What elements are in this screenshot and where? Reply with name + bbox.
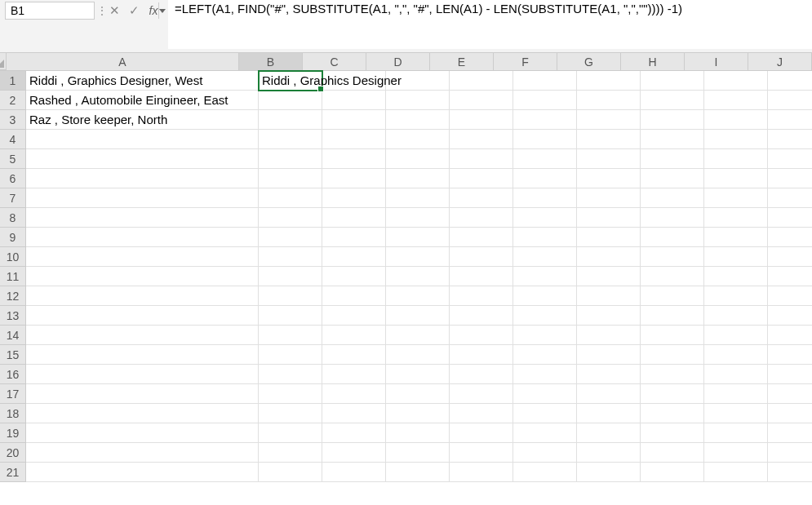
cell-E13[interactable] <box>450 306 513 326</box>
cell-E2[interactable] <box>450 91 513 110</box>
cell-G3[interactable] <box>577 110 641 130</box>
cell-G15[interactable] <box>577 345 641 365</box>
column-header-A[interactable]: A <box>7 53 239 70</box>
row-header-21[interactable]: 21 <box>0 463 26 482</box>
cell-G19[interactable] <box>577 423 641 443</box>
cell-C18[interactable] <box>322 404 386 423</box>
column-header-D[interactable]: D <box>366 53 430 70</box>
row-header-11[interactable]: 11 <box>0 267 26 286</box>
cell-H14[interactable] <box>641 326 704 345</box>
cell-B5[interactable] <box>259 149 322 169</box>
cell-D9[interactable] <box>386 228 450 247</box>
cell-E19[interactable] <box>450 423 513 443</box>
cell-B1[interactable]: Riddi , Graphics Designer <box>259 71 322 91</box>
row-header-20[interactable]: 20 <box>0 443 26 463</box>
cell-C15[interactable] <box>322 345 386 365</box>
cell-G7[interactable] <box>577 188 641 208</box>
cell-D5[interactable] <box>386 149 450 169</box>
cell-G18[interactable] <box>577 404 641 423</box>
formula-input[interactable]: =LEFT(A1, FIND("#", SUBSTITUTE(A1, ",", … <box>168 0 812 49</box>
cell-H18[interactable] <box>641 404 704 423</box>
cell-H17[interactable] <box>641 384 704 404</box>
cell-C5[interactable] <box>322 149 386 169</box>
cell-F8[interactable] <box>513 208 577 228</box>
cell-C6[interactable] <box>322 169 386 188</box>
cell-A9[interactable] <box>26 228 259 247</box>
row-header-5[interactable]: 5 <box>0 149 26 169</box>
cell-F15[interactable] <box>513 345 577 365</box>
cell-I3[interactable] <box>704 110 768 130</box>
cell-G4[interactable] <box>577 130 641 149</box>
cell-G14[interactable] <box>577 326 641 345</box>
column-header-I[interactable]: I <box>685 53 748 70</box>
column-header-H[interactable]: H <box>621 53 685 70</box>
cell-D11[interactable] <box>386 267 450 286</box>
cell-B21[interactable] <box>259 463 322 482</box>
cell-A11[interactable] <box>26 267 259 286</box>
cell-J13[interactable] <box>768 306 812 326</box>
cell-C10[interactable] <box>322 247 386 267</box>
cell-E11[interactable] <box>450 267 513 286</box>
cell-H1[interactable] <box>641 71 704 91</box>
cell-H9[interactable] <box>641 228 704 247</box>
cell-E4[interactable] <box>450 130 513 149</box>
cell-I18[interactable] <box>704 404 768 423</box>
cell-A19[interactable] <box>26 423 259 443</box>
cell-B13[interactable] <box>259 306 322 326</box>
cell-I8[interactable] <box>704 208 768 228</box>
insert-function-button[interactable]: fx <box>144 0 163 21</box>
cell-B6[interactable] <box>259 169 322 188</box>
cell-H8[interactable] <box>641 208 704 228</box>
cell-G10[interactable] <box>577 247 641 267</box>
cell-J5[interactable] <box>768 149 812 169</box>
cell-C14[interactable] <box>322 326 386 345</box>
cell-H12[interactable] <box>641 286 704 306</box>
cell-C20[interactable] <box>322 443 386 463</box>
cell-D21[interactable] <box>386 463 450 482</box>
cell-F12[interactable] <box>513 286 577 306</box>
cell-A4[interactable] <box>26 130 259 149</box>
cell-I19[interactable] <box>704 423 768 443</box>
cell-J19[interactable] <box>768 423 812 443</box>
cell-A13[interactable] <box>26 306 259 326</box>
cell-D13[interactable] <box>386 306 450 326</box>
formula-enter-button[interactable]: ✓ <box>124 0 144 21</box>
row-header-12[interactable]: 12 <box>0 286 26 306</box>
row-header-6[interactable]: 6 <box>0 169 26 188</box>
cell-J18[interactable] <box>768 404 812 423</box>
cell-G20[interactable] <box>577 443 641 463</box>
cell-E10[interactable] <box>450 247 513 267</box>
cell-J3[interactable] <box>768 110 812 130</box>
cell-G2[interactable] <box>577 91 641 110</box>
cell-D14[interactable] <box>386 326 450 345</box>
cell-E20[interactable] <box>450 443 513 463</box>
cell-I4[interactable] <box>704 130 768 149</box>
row-header-19[interactable]: 19 <box>0 423 26 443</box>
cell-E15[interactable] <box>450 345 513 365</box>
cell-D18[interactable] <box>386 404 450 423</box>
cell-E9[interactable] <box>450 228 513 247</box>
cell-G16[interactable] <box>577 365 641 384</box>
cell-B17[interactable] <box>259 384 322 404</box>
cell-B14[interactable] <box>259 326 322 345</box>
cell-F10[interactable] <box>513 247 577 267</box>
cell-E1[interactable] <box>450 71 513 91</box>
cell-C4[interactable] <box>322 130 386 149</box>
row-header-18[interactable]: 18 <box>0 404 26 423</box>
cell-F13[interactable] <box>513 306 577 326</box>
cell-A3[interactable]: Raz , Store keeper, North <box>26 110 259 130</box>
cell-C21[interactable] <box>322 463 386 482</box>
cell-B15[interactable] <box>259 345 322 365</box>
cell-F16[interactable] <box>513 365 577 384</box>
cell-F4[interactable] <box>513 130 577 149</box>
cell-G1[interactable] <box>577 71 641 91</box>
cell-I1[interactable] <box>704 71 768 91</box>
column-header-E[interactable]: E <box>430 53 494 70</box>
cell-G9[interactable] <box>577 228 641 247</box>
cell-I2[interactable] <box>704 91 768 110</box>
cell-F6[interactable] <box>513 169 577 188</box>
cell-H19[interactable] <box>641 423 704 443</box>
cell-D2[interactable] <box>386 91 450 110</box>
cell-H21[interactable] <box>641 463 704 482</box>
cell-D3[interactable] <box>386 110 450 130</box>
